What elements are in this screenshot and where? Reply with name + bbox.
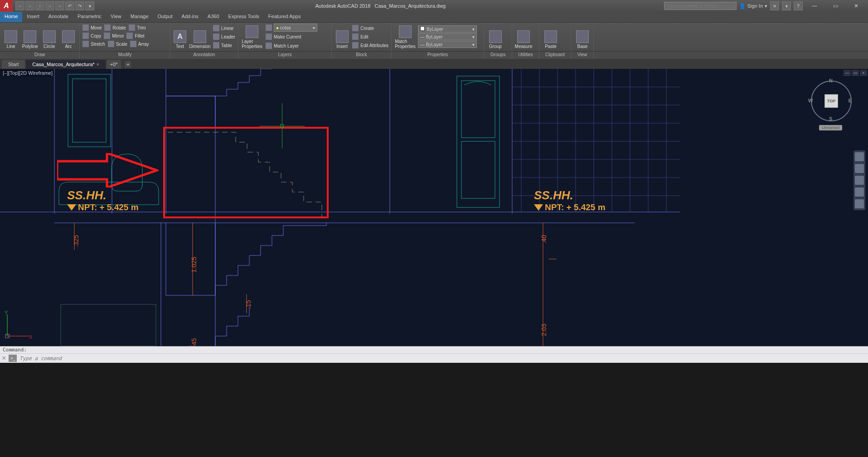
linetype-dropdown[interactable]: — ByLayer▾ [418,41,477,48]
vp-minimize-icon[interactable]: — [844,70,851,76]
viewcube[interactable]: TOP N S E W Unnamed [807,77,853,122]
tab-parametric[interactable]: Parametric [73,12,106,22]
tab-output[interactable]: Output [153,12,177,22]
tab-insert[interactable]: Insert [22,12,44,22]
array-icon [130,41,136,47]
viewcube-s[interactable]: S [829,116,832,121]
rotate-button[interactable]: Rotate [103,24,126,32]
steering-wheel-icon[interactable] [855,152,864,161]
svg-rect-15 [461,141,495,198]
linear-icon [213,25,219,31]
tab-express-tools[interactable]: Express Tools [224,12,264,22]
tab-home[interactable]: Home [0,12,22,22]
polyline-button[interactable]: Polyline [21,24,39,50]
window-title: Autodesk AutoCAD 2018 Casa_Marcos_Arquit… [97,3,664,9]
exchange-icon[interactable]: ✕ [770,1,779,10]
tab-addins[interactable]: Add-ins [177,12,203,22]
signin-button[interactable]: 👤 Sign In ▾ [739,3,767,9]
viewcube-e[interactable]: E [849,98,852,103]
qat-redo-icon[interactable]: ↷ [75,1,84,10]
layer-dropdown[interactable]: ● cotas▾ [274,24,317,32]
tab-manage[interactable]: Manage [126,12,153,22]
edit-block-button[interactable]: Edit [351,33,389,41]
cart-icon[interactable]: ▾ [782,1,791,10]
command-close-icon[interactable]: × [2,354,6,362]
table-icon [213,42,219,48]
create-block-button[interactable]: Create [351,24,389,32]
tab-featured-apps[interactable]: Featured Apps [264,12,305,22]
dimension-button[interactable]: Dimension [189,24,211,50]
svg-rect-16 [61,304,156,346]
chevron-down-icon: ▾ [765,3,767,9]
array-button[interactable]: Array [129,40,150,48]
scale-button[interactable]: Scale [107,40,128,48]
tab-annotate[interactable]: Annotate [44,12,73,22]
close-tab-icon[interactable]: × [97,62,99,67]
lineweight-dropdown[interactable]: — ByLayer▾ [418,33,477,40]
arc-button[interactable]: Arc [59,24,78,50]
vp-close-icon[interactable]: × [860,70,867,76]
room-label-left: SS.HH. NPT: + 5.425 m [67,188,139,212]
filetab-extra[interactable]: +0* [107,60,121,69]
group-button[interactable]: Group [486,24,505,50]
move-button[interactable]: Move [82,24,102,32]
match-layer-icon [266,43,272,49]
qat-more-icon[interactable]: ▾ [85,1,94,10]
match-icon [399,25,412,38]
base-button[interactable]: Base [573,24,592,50]
paste-button[interactable]: Paste [541,24,560,50]
tab-a360[interactable]: A360 [203,12,224,22]
measure-button[interactable]: Measure [514,24,533,50]
zoom-extents-icon[interactable] [855,176,864,185]
tab-view[interactable]: View [106,12,126,22]
qat-saveas-icon[interactable]: ▫ [45,1,54,10]
line-button[interactable]: Line [2,24,20,50]
viewcube-top[interactable]: TOP [824,94,838,108]
help-icon[interactable]: ? [794,1,803,10]
dimension-text: 45 [190,338,198,345]
showmotion-icon[interactable] [855,199,864,208]
edit-attributes-button[interactable]: Edit Attributes [351,41,389,49]
match-properties-button[interactable]: MatchProperties [393,24,417,50]
layer-properties-button[interactable]: LayerProperties [240,24,264,50]
qat-save-icon[interactable]: ▫ [35,1,44,10]
match-layer-button[interactable]: Match Layer [265,42,317,50]
viewcube-n[interactable]: N [829,78,833,83]
linear-button[interactable]: Linear [212,24,236,32]
new-tab-button[interactable]: + [125,61,131,67]
insert-button[interactable]: Insert [334,24,350,50]
drawing-area[interactable]: [–][Top][2D Wireframe] — ▭ × [0,69,868,346]
circle-button[interactable]: Circle [40,24,58,50]
close-button[interactable]: ✕ [847,1,865,10]
minimize-button[interactable]: — [805,1,824,10]
command-input[interactable] [19,356,866,361]
color-dropdown[interactable]: ByLayer▾ [418,25,477,33]
viewcube-ucs-label[interactable]: Unnamed [819,125,842,130]
viewcube-w[interactable]: W [808,98,813,103]
filetab-start[interactable]: Start [2,60,25,69]
leader-button[interactable]: Leader [212,33,236,41]
make-current-button[interactable]: Make Current [265,33,317,41]
table-button[interactable]: Table [212,41,236,49]
orbit-icon[interactable] [855,188,864,197]
line-icon [5,30,17,43]
text-button[interactable]: AText [172,24,188,50]
qat-plot-icon[interactable]: ▫ [55,1,64,10]
stretch-button[interactable]: Stretch [82,40,106,48]
layer-state-icon[interactable] [265,24,273,32]
qat-open-icon[interactable]: ▫ [25,1,34,10]
search-input[interactable] [664,2,737,10]
qat-undo-icon[interactable]: ↶ [65,1,74,10]
filetab-current[interactable]: Casa_Marcos_Arquitectura*× [26,60,105,69]
maximize-button[interactable]: ▭ [826,1,844,10]
vp-maximize-icon[interactable]: ▭ [852,70,859,76]
trim-button[interactable]: Trim [128,24,147,32]
fillet-button[interactable]: Fillet [126,32,145,40]
copy-button[interactable]: Copy [82,32,102,40]
file-tabs: Start Casa_Marcos_Arquitectura*× +0* + [0,59,868,69]
dimension-text: 2.03 [540,324,548,336]
mirror-button[interactable]: Mirror [103,32,125,40]
qat-new-icon[interactable]: ▫ [15,1,24,10]
app-logo[interactable]: A [0,0,13,12]
pan-icon[interactable] [855,164,864,173]
